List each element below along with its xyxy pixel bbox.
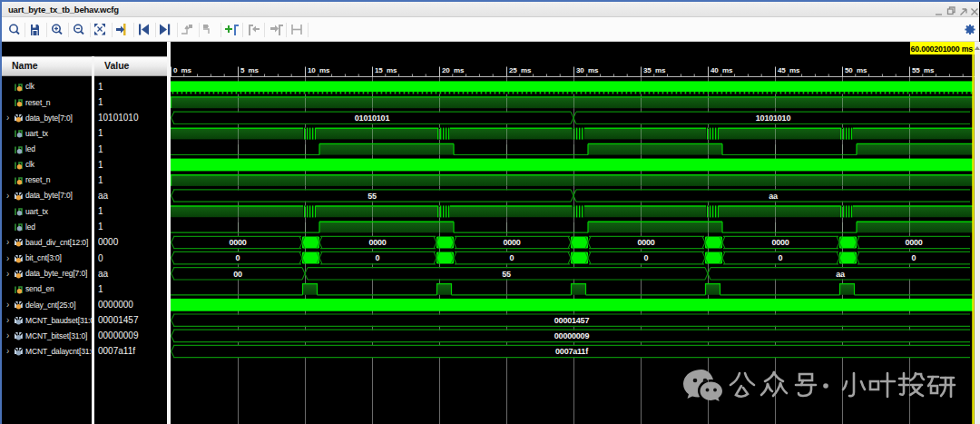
svg-text:0000: 0000: [503, 238, 520, 247]
svg-text:aa: aa: [769, 192, 779, 201]
svg-text:25 ms: 25 ms: [509, 66, 532, 74]
svg-text:0: 0: [376, 253, 380, 262]
svg-text:0000: 0000: [368, 238, 386, 247]
svg-text:0007a11f: 0007a11f: [555, 347, 589, 356]
svg-text:0000: 0000: [771, 238, 789, 247]
svg-text:55 ms: 55 ms: [912, 66, 935, 74]
svg-text:30 ms: 30 ms: [576, 66, 599, 74]
svg-text:55: 55: [502, 270, 511, 279]
svg-text:10 ms: 10 ms: [308, 66, 330, 74]
svg-text:0000: 0000: [637, 238, 654, 247]
svg-text:0000: 0000: [905, 238, 922, 247]
svg-text:40 ms: 40 ms: [710, 66, 733, 74]
svg-text:20 ms: 20 ms: [442, 66, 465, 74]
svg-text:0: 0: [510, 253, 514, 262]
svg-text:01010101: 01010101: [355, 113, 390, 123]
svg-text:10101010: 10101010: [756, 113, 791, 123]
svg-text:00: 00: [233, 270, 242, 279]
svg-text:00000009: 00000009: [554, 331, 590, 340]
svg-text:60.000201000 ms: 60.000201000 ms: [911, 44, 974, 54]
svg-text:45 ms: 45 ms: [778, 66, 800, 74]
svg-text:0: 0: [644, 253, 649, 262]
svg-text:35 ms: 35 ms: [643, 66, 666, 74]
svg-text:0: 0: [912, 253, 916, 262]
svg-text:55: 55: [368, 192, 377, 201]
svg-text:0: 0: [236, 253, 240, 262]
svg-text:0: 0: [779, 253, 783, 262]
svg-text:15 ms: 15 ms: [375, 66, 397, 74]
svg-text:aa: aa: [836, 270, 846, 279]
svg-text:50 ms: 50 ms: [845, 66, 867, 74]
svg-text:0 ms: 0 ms: [173, 66, 192, 74]
svg-text:0000: 0000: [229, 238, 246, 247]
svg-text:5 ms: 5 ms: [240, 66, 260, 74]
svg-text:00001457: 00001457: [554, 316, 590, 325]
